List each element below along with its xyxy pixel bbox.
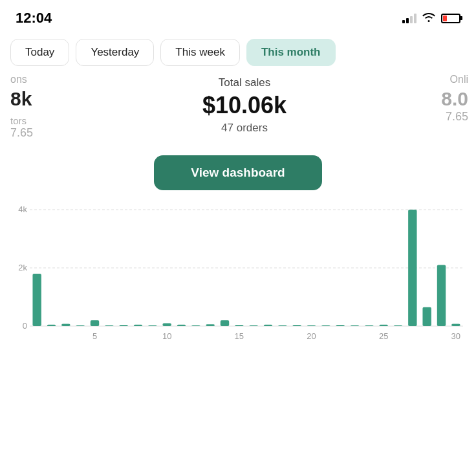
svg-text:2k: 2k — [18, 263, 27, 272]
svg-rect-25 — [307, 325, 316, 326]
stats-right-label: Onli — [411, 74, 468, 85]
stats-left: ons 8k tors 7.65 — [0, 74, 78, 140]
svg-rect-10 — [91, 320, 99, 326]
stats-right-subvalue: 7.65 — [411, 110, 468, 124]
svg-rect-19 — [221, 320, 229, 326]
chart-area: 4k2k051015202530 — [6, 203, 470, 346]
chart-svg: 4k2k051015202530 — [6, 203, 470, 346]
view-dashboard-button[interactable]: View dashboard — [154, 155, 322, 190]
svg-text:0: 0 — [23, 321, 27, 331]
svg-rect-12 — [119, 325, 127, 326]
battery-fill — [443, 16, 447, 21]
chart-container: 4k2k051015202530 — [0, 203, 476, 352]
svg-rect-27 — [336, 325, 344, 326]
tab-today[interactable]: Today — [10, 39, 69, 66]
svg-rect-11 — [105, 325, 113, 326]
svg-rect-8 — [61, 324, 70, 326]
svg-text:20: 20 — [307, 331, 316, 341]
svg-text:25: 25 — [379, 331, 388, 341]
status-bar: 12:04 — [0, 0, 476, 34]
svg-rect-22 — [264, 325, 272, 326]
signal-icon — [402, 13, 416, 23]
svg-rect-6 — [32, 274, 41, 326]
svg-rect-17 — [191, 325, 200, 326]
stats-left-value: 8k — [10, 88, 78, 110]
stats-left-sublabel: tors — [10, 115, 78, 126]
svg-rect-20 — [235, 325, 243, 326]
svg-text:15: 15 — [235, 331, 244, 341]
svg-text:5: 5 — [92, 331, 97, 341]
svg-rect-24 — [292, 325, 301, 326]
svg-text:4k: 4k — [18, 204, 27, 214]
stats-wrapper: ons 8k tors 7.65 Total sales $10.06k 47 … — [0, 74, 476, 150]
tab-yesterday[interactable]: Yesterday — [76, 39, 154, 66]
svg-rect-30 — [379, 325, 387, 326]
wifi-icon — [422, 12, 436, 25]
svg-rect-7 — [47, 325, 56, 326]
svg-rect-14 — [148, 325, 157, 326]
stats-right: Onli 8.0 7.65 — [411, 74, 476, 140]
tab-this-month[interactable]: This month — [246, 39, 336, 66]
svg-rect-28 — [351, 325, 359, 326]
svg-rect-26 — [321, 325, 330, 326]
svg-rect-35 — [451, 324, 460, 326]
stats-left-subvalue: 7.65 — [10, 126, 78, 140]
svg-rect-32 — [408, 210, 416, 326]
svg-rect-15 — [162, 324, 171, 327]
svg-rect-31 — [394, 325, 402, 326]
stats-center: Total sales $10.06k 47 orders — [78, 74, 411, 140]
svg-rect-21 — [249, 325, 257, 326]
stats-right-value: 8.0 — [411, 88, 468, 110]
tab-this-week[interactable]: This week — [160, 39, 240, 66]
svg-text:30: 30 — [451, 331, 460, 341]
svg-rect-23 — [278, 325, 287, 326]
status-icons — [402, 12, 460, 25]
status-time: 12:04 — [16, 10, 52, 27]
svg-rect-34 — [437, 265, 446, 327]
stats-left-label: ons — [10, 74, 78, 85]
svg-rect-33 — [422, 307, 431, 326]
total-sales-label: Total sales — [219, 76, 270, 89]
svg-rect-18 — [206, 324, 214, 326]
battery-icon — [441, 14, 460, 23]
svg-text:10: 10 — [162, 331, 171, 341]
svg-rect-9 — [76, 325, 84, 326]
orders-count: 47 orders — [221, 122, 268, 135]
svg-rect-16 — [177, 325, 186, 326]
svg-rect-13 — [134, 325, 142, 326]
tab-bar: Today Yesterday This week This month — [0, 34, 476, 74]
svg-rect-29 — [365, 325, 373, 326]
total-sales-value: $10.06k — [202, 92, 287, 119]
